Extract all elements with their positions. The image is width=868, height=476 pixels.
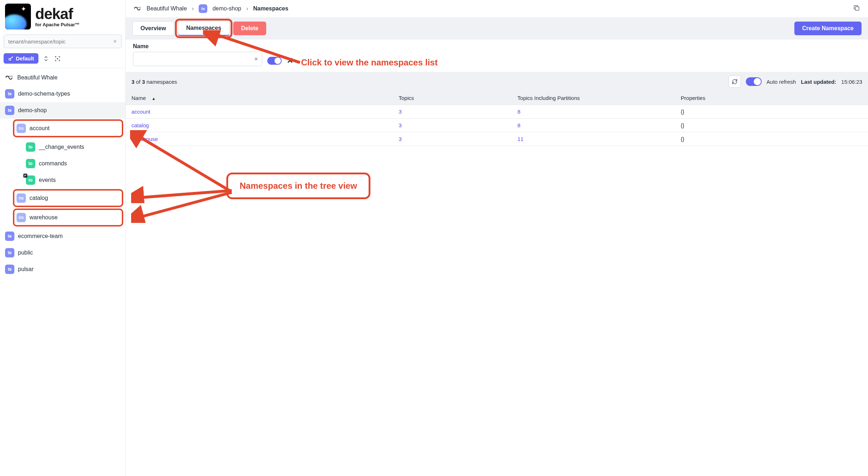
column-header-topics[interactable]: Topics bbox=[393, 91, 512, 105]
table-row[interactable]: warehouse 3 11 {} bbox=[126, 132, 868, 146]
tenant-item-pulsar[interactable]: te pulsar bbox=[0, 261, 125, 278]
namespace-highlight-box: ns catalog bbox=[13, 189, 123, 207]
topic-badge-icon: to bbox=[26, 159, 35, 168]
namespace-link[interactable]: account bbox=[131, 109, 151, 115]
namespace-highlight-box: ns account bbox=[13, 119, 123, 137]
sidebar: dekaf for Apache Pulsar™ × Default bbox=[0, 0, 126, 476]
svg-point-1 bbox=[57, 58, 58, 59]
namespace-link[interactable]: warehouse bbox=[131, 136, 158, 142]
create-namespace-button[interactable]: Create Namespace bbox=[794, 22, 862, 35]
namespace-badge-icon: ns bbox=[17, 193, 26, 203]
wave-icon bbox=[5, 73, 14, 82]
breadcrumb-cluster[interactable]: Beautiful Whale bbox=[147, 5, 187, 12]
tenant-label: demo-shop bbox=[18, 107, 47, 114]
namespace-item-catalog[interactable]: ns catalog bbox=[14, 191, 122, 206]
topic-item-events[interactable]: P to events bbox=[0, 172, 125, 188]
tenant-item-demo-shop[interactable]: te demo-shop bbox=[0, 102, 125, 119]
tenant-badge-icon: te bbox=[5, 106, 14, 115]
sidebar-search-input[interactable] bbox=[4, 35, 122, 48]
last-updated-label: Last updated: bbox=[801, 79, 836, 85]
list-count: 3 of 3 namespaces bbox=[131, 79, 177, 85]
partitioned-badge-icon: P bbox=[23, 174, 27, 178]
topics-link[interactable]: 3 bbox=[399, 109, 402, 115]
delete-button[interactable]: Delete bbox=[233, 22, 266, 35]
topics-link[interactable]: 3 bbox=[399, 136, 402, 142]
last-updated-value: 15:06:23 bbox=[841, 79, 862, 85]
default-button-label: Default bbox=[16, 55, 34, 61]
auto-refresh-label: Auto refresh bbox=[767, 79, 796, 85]
auto-refresh-toggle[interactable] bbox=[746, 77, 762, 86]
topic-item-change-events[interactable]: to __change_events bbox=[0, 139, 125, 155]
table-row[interactable]: catalog 3 8 {} bbox=[126, 119, 868, 132]
brand-logo-icon bbox=[5, 4, 31, 29]
chevron-right-icon: › bbox=[246, 5, 248, 12]
main-content: Beautiful Whale › te demo-shop › Namespa… bbox=[126, 0, 868, 476]
svg-rect-2 bbox=[855, 7, 859, 10]
refresh-button[interactable] bbox=[729, 75, 741, 88]
filter-name-input[interactable] bbox=[133, 52, 262, 66]
filter-label: Name bbox=[133, 43, 262, 50]
tenant-label: ecommerce-team bbox=[18, 233, 63, 239]
highlight-box: Namespaces bbox=[178, 21, 230, 36]
tenant-badge-icon: te bbox=[5, 265, 14, 274]
refresh-icon bbox=[731, 78, 738, 85]
namespace-item-warehouse[interactable]: ns warehouse bbox=[14, 210, 122, 225]
filter-toggle[interactable] bbox=[267, 57, 282, 65]
namespace-item-account[interactable]: ns account bbox=[14, 121, 122, 136]
namespace-badge-icon: ns bbox=[17, 213, 26, 222]
tenant-label: pulsar bbox=[18, 266, 34, 273]
breadcrumb-current: Namespaces bbox=[253, 5, 288, 12]
tenant-item-public[interactable]: te public bbox=[0, 244, 125, 261]
cluster-label: Beautiful Whale bbox=[17, 74, 57, 81]
namespace-highlight-box: ns warehouse bbox=[13, 209, 123, 226]
namespace-label: warehouse bbox=[29, 214, 57, 221]
collapse-expand-icon[interactable] bbox=[42, 55, 50, 63]
topic-label: events bbox=[39, 177, 56, 183]
topic-badge-icon: to bbox=[26, 142, 35, 152]
namespace-label: account bbox=[29, 125, 50, 132]
chevron-right-icon: › bbox=[192, 5, 194, 12]
brand-tagline: for Apache Pulsar™ bbox=[35, 22, 80, 27]
column-header-topics-partitions[interactable]: Topics Including Partitions bbox=[512, 91, 675, 105]
wave-icon bbox=[134, 5, 142, 13]
column-header-name[interactable]: Name ▲ bbox=[126, 91, 393, 105]
namespace-badge-icon: ns bbox=[17, 124, 26, 133]
clear-icon[interactable]: × bbox=[112, 38, 118, 45]
tenant-badge-icon: te bbox=[5, 232, 14, 241]
brand-name: dekaf bbox=[35, 6, 80, 22]
clear-icon[interactable]: × bbox=[254, 55, 258, 63]
tab-namespaces[interactable]: Namespaces bbox=[178, 21, 230, 36]
topics-partitions-link[interactable]: 8 bbox=[517, 122, 520, 128]
navigation-tree: Beautiful Whale te demo-schema-types te … bbox=[0, 68, 125, 476]
breadcrumb-tenant[interactable]: demo-shop bbox=[212, 5, 241, 12]
topics-link[interactable]: 3 bbox=[399, 122, 402, 128]
breadcrumb: Beautiful Whale › te demo-shop › Namespa… bbox=[126, 0, 868, 17]
close-icon[interactable]: ✕ bbox=[287, 56, 293, 65]
table-row[interactable]: account 3 8 {} bbox=[126, 105, 868, 119]
topic-label: commands bbox=[39, 160, 67, 167]
column-header-properties[interactable]: Properties bbox=[675, 91, 868, 105]
topic-item-commands[interactable]: to commands bbox=[0, 155, 125, 172]
default-button[interactable]: Default bbox=[4, 53, 38, 64]
tab-overview[interactable]: Overview bbox=[132, 21, 174, 36]
logo-area: dekaf for Apache Pulsar™ bbox=[0, 0, 125, 32]
namespace-label: catalog bbox=[29, 195, 48, 201]
namespaces-table: Name ▲ Topics Topics Including Partition… bbox=[126, 91, 868, 146]
tabs-bar: Overview Namespaces Delete Create Namesp… bbox=[126, 17, 868, 40]
list-header: 3 of 3 namespaces Auto refresh Last upda… bbox=[126, 72, 868, 91]
sort-asc-icon: ▲ bbox=[152, 96, 156, 101]
namespace-link[interactable]: catalog bbox=[131, 122, 149, 128]
tenant-label: demo-schema-types bbox=[18, 91, 70, 97]
cluster-item[interactable]: Beautiful Whale bbox=[0, 70, 125, 86]
copy-icon[interactable] bbox=[853, 4, 860, 13]
tenant-item-ecommerce-team[interactable]: te ecommerce-team bbox=[0, 228, 125, 244]
tenant-item-demo-schema-types[interactable]: te demo-schema-types bbox=[0, 86, 125, 102]
svg-point-0 bbox=[9, 58, 11, 60]
tenant-badge-icon: te bbox=[5, 89, 14, 99]
properties-value: {} bbox=[681, 122, 684, 128]
focus-icon[interactable] bbox=[54, 55, 61, 63]
topic-label: __change_events bbox=[39, 144, 84, 150]
topics-partitions-link[interactable]: 8 bbox=[517, 109, 520, 115]
annotation-callout-box: Namespaces in the tree view bbox=[226, 173, 370, 199]
topics-partitions-link[interactable]: 11 bbox=[517, 136, 523, 142]
